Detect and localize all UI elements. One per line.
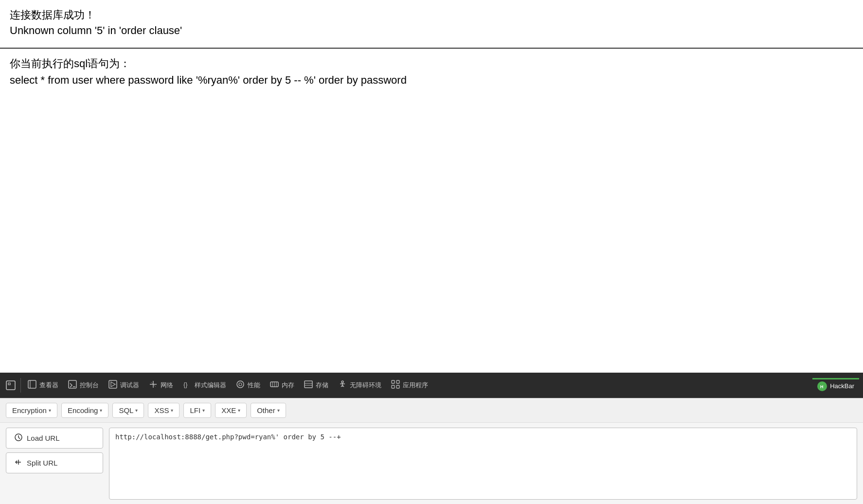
xxe-label: XXE [221, 406, 236, 414]
cursor-tool-icon[interactable] [4, 378, 18, 392]
application-icon [391, 380, 400, 391]
svg-rect-17 [305, 381, 312, 388]
sql-label-menu: SQL [119, 406, 133, 414]
other-menu[interactable]: Other ▾ [251, 403, 286, 418]
network-icon [149, 380, 158, 391]
lfi-label: LFI [190, 406, 200, 414]
db-success-message: 连接数据库成功！ [10, 8, 853, 22]
sql-menu[interactable]: SQL ▾ [112, 403, 144, 418]
sql-label: 你当前执行的sql语句为： [10, 56, 853, 71]
svg-rect-1 [28, 380, 36, 388]
encryption-menu[interactable]: Encryption ▾ [6, 403, 57, 418]
network-tool[interactable]: 网络 [145, 378, 177, 393]
hackbar-icon: H [817, 381, 827, 391]
svg-point-12 [239, 383, 242, 386]
svg-point-20 [342, 381, 343, 383]
encoding-menu[interactable]: Encoding ▾ [61, 403, 109, 418]
xxe-menu[interactable]: XXE ▾ [215, 403, 247, 418]
console-icon [68, 380, 77, 391]
devtools-toolbar: 查看器 控制台 调试器 网络 [0, 373, 863, 398]
accessibility-label: 无障碍环境 [350, 381, 381, 390]
split-url-icon [14, 458, 23, 468]
hackbar-panel: Encryption ▾ Encoding ▾ SQL ▾ XSS ▾ LFI … [0, 398, 863, 504]
other-arrow: ▾ [277, 408, 280, 413]
toolbar-divider [20, 378, 21, 393]
memory-icon [270, 380, 279, 391]
svg-point-11 [237, 381, 244, 388]
encryption-label: Encryption [12, 406, 47, 414]
hackbar-buttons: Load URL Split URL [6, 428, 103, 500]
memory-tool[interactable]: 内存 [266, 378, 298, 393]
debugger-tool[interactable]: 调试器 [105, 378, 143, 393]
inspector-icon [28, 380, 36, 391]
svg-text:{}: {} [183, 381, 188, 388]
accessibility-icon [338, 380, 347, 391]
storage-icon [304, 380, 313, 391]
svg-rect-28 [396, 385, 399, 388]
svg-rect-27 [392, 385, 395, 388]
encryption-arrow: ▾ [49, 408, 51, 413]
split-url-label: Split URL [27, 459, 57, 467]
url-input[interactable] [109, 428, 857, 500]
load-url-icon [14, 433, 23, 443]
storage-tool[interactable]: 存储 [300, 378, 332, 393]
sql-arrow: ▾ [135, 408, 138, 413]
encoding-arrow: ▾ [100, 408, 102, 413]
xss-label: XSS [154, 406, 169, 414]
svg-rect-0 [6, 381, 15, 390]
svg-rect-26 [396, 380, 399, 383]
xss-arrow: ▾ [171, 408, 173, 413]
xss-menu[interactable]: XSS ▾ [148, 403, 180, 418]
console-label: 控制台 [80, 381, 99, 390]
accessibility-tool[interactable]: 无障碍环境 [334, 378, 385, 393]
style-editor-icon: {} [183, 380, 192, 391]
load-url-label: Load URL [27, 434, 60, 442]
svg-rect-25 [392, 380, 395, 383]
debugger-icon [108, 380, 117, 391]
storage-label: 存储 [316, 381, 328, 390]
load-url-button[interactable]: Load URL [6, 428, 103, 449]
xxe-arrow: ▾ [238, 408, 240, 413]
application-label: 应用程序 [403, 381, 428, 390]
style-editor-tool[interactable]: {} 样式编辑器 [179, 378, 230, 393]
hackbar-label: HackBar [830, 382, 854, 390]
inspector-tool[interactable]: 查看器 [24, 378, 62, 393]
performance-tool[interactable]: 性能 [232, 378, 264, 393]
main-content: 连接数据库成功！ Unknown column '5' in 'order cl… [0, 0, 863, 49]
performance-icon [236, 380, 245, 391]
application-tool[interactable]: 应用程序 [387, 378, 432, 393]
hackbar-menubar: Encryption ▾ Encoding ▾ SQL ▾ XSS ▾ LFI … [0, 398, 863, 423]
svg-text:H: H [820, 384, 824, 389]
encoding-label: Encoding [68, 406, 98, 414]
performance-label: 性能 [248, 381, 260, 390]
network-label: 网络 [161, 381, 173, 390]
lfi-arrow: ▾ [202, 408, 205, 413]
hackbar-content: Load URL Split URL [0, 423, 863, 504]
memory-label: 内存 [282, 381, 294, 390]
debugger-label: 调试器 [120, 381, 139, 390]
svg-marker-6 [111, 382, 115, 387]
other-label: Other [257, 406, 275, 414]
split-url-button[interactable]: Split URL [6, 452, 103, 473]
hackbar-tool[interactable]: H HackBar [812, 378, 859, 393]
sql-query: select * from user where password like '… [10, 74, 853, 87]
sql-section: 你当前执行的sql语句为： select * from user where p… [0, 49, 863, 94]
error-message: Unknown column '5' in 'order clause' [10, 24, 853, 37]
inspector-label: 查看器 [39, 381, 58, 390]
lfi-menu[interactable]: LFI ▾ [183, 403, 211, 418]
console-tool[interactable]: 控制台 [64, 378, 103, 393]
style-editor-label: 样式编辑器 [195, 381, 226, 390]
